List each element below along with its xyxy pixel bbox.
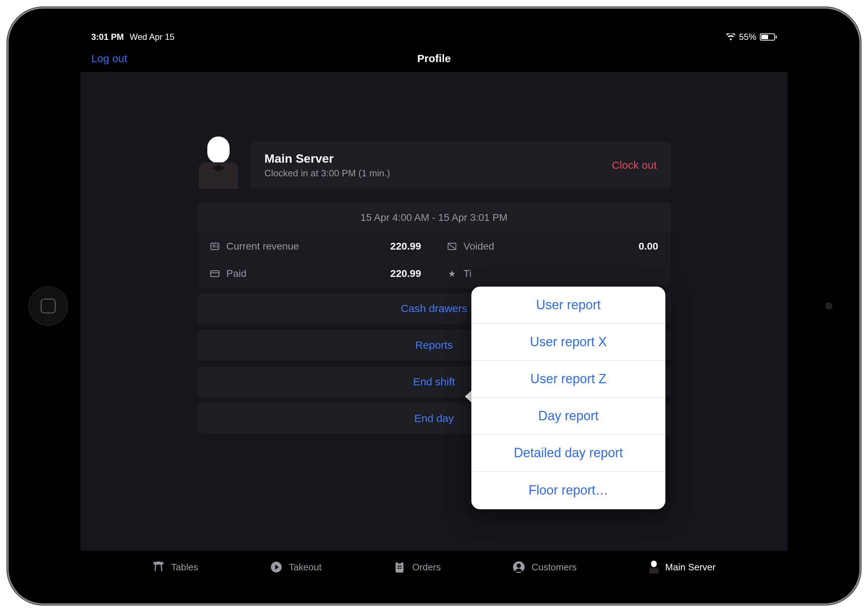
camera-dot [825,302,832,310]
tab-takeout[interactable]: Takeout [270,561,322,573]
popover-backdrop[interactable] [81,29,787,583]
home-button[interactable] [28,286,68,326]
tab-customers[interactable]: Customers [513,561,577,573]
avatar-mini-icon [649,561,659,573]
tab-main-server[interactable]: Main Server [649,561,716,573]
tab-label: Tables [171,562,198,573]
takeout-icon [270,561,282,573]
popover-item-user-report[interactable]: User report [471,287,665,324]
svg-point-7 [517,564,521,568]
popover-item-day-report[interactable]: Day report [471,398,665,435]
popover-item-detailed-day[interactable]: Detailed day report [471,435,665,472]
reports-popover: User report User report X User report Z … [471,287,665,509]
popover-item-user-report-x[interactable]: User report X [471,324,665,361]
tab-label: Main Server [665,562,716,573]
tab-bar: Tables Takeout Orders [81,551,787,583]
svg-rect-4 [395,562,403,572]
tab-label: Orders [412,562,440,573]
customers-icon [513,561,525,573]
tab-label: Customers [532,562,577,573]
tab-label: Takeout [289,562,322,573]
tab-tables[interactable]: Tables [152,561,198,573]
svg-rect-5 [398,561,401,564]
popover-item-user-report-z[interactable]: User report Z [471,361,665,398]
popover-item-floor-report[interactable]: Floor report… [471,472,665,508]
tables-icon [152,561,164,573]
orders-icon [394,561,406,573]
tab-orders[interactable]: Orders [394,561,440,573]
